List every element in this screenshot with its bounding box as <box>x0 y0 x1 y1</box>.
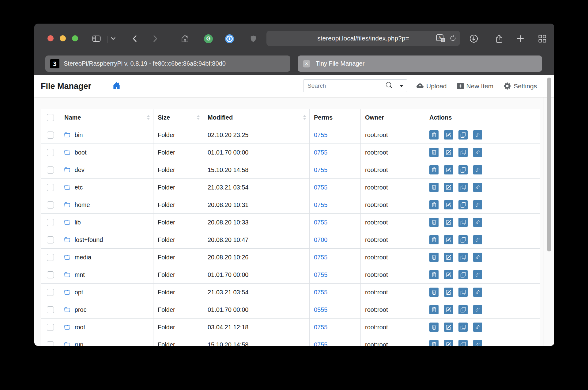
home-directory-icon[interactable] <box>113 82 120 90</box>
settings-button[interactable]: Settings <box>504 82 537 90</box>
direct-link-button[interactable] <box>473 200 482 209</box>
file-name-link[interactable]: boot <box>75 149 87 156</box>
copy-button[interactable] <box>458 253 468 262</box>
copy-button[interactable] <box>458 130 468 140</box>
row-checkbox[interactable] <box>47 149 54 156</box>
file-name-link[interactable]: bin <box>75 132 83 138</box>
row-checkbox[interactable] <box>47 341 54 346</box>
search-icon[interactable] <box>386 82 392 90</box>
direct-link-button[interactable] <box>473 340 482 346</box>
tab-file-manager[interactable]: × Tiny File Manager <box>298 55 542 72</box>
close-window-button[interactable] <box>47 35 54 41</box>
rename-button[interactable] <box>444 305 453 314</box>
shield-privacy-icon[interactable] <box>249 34 258 43</box>
rename-button[interactable] <box>444 183 453 192</box>
rename-button[interactable] <box>444 218 453 227</box>
row-checkbox[interactable] <box>47 184 54 191</box>
rename-button[interactable] <box>444 253 453 262</box>
row-checkbox[interactable] <box>47 306 54 313</box>
forward-icon[interactable] <box>151 34 160 43</box>
share-icon[interactable] <box>495 34 504 43</box>
file-name-link[interactable]: root <box>75 324 85 331</box>
copy-button[interactable] <box>458 340 468 346</box>
delete-button[interactable] <box>429 270 439 279</box>
delete-button[interactable] <box>429 305 439 314</box>
grammarly-extension-icon[interactable]: G <box>204 34 213 43</box>
delete-button[interactable] <box>429 253 439 262</box>
rename-button[interactable] <box>444 165 453 174</box>
tab-overview-icon[interactable] <box>538 34 547 43</box>
direct-link-button[interactable] <box>473 183 482 192</box>
file-name-link[interactable]: home <box>75 201 90 208</box>
delete-button[interactable] <box>429 165 439 174</box>
direct-link-button[interactable] <box>473 305 482 314</box>
rename-button[interactable] <box>444 235 453 244</box>
row-checkbox[interactable] <box>47 219 54 226</box>
copy-button[interactable] <box>458 235 468 244</box>
reload-icon[interactable] <box>449 34 457 42</box>
back-icon[interactable] <box>130 34 139 43</box>
address-bar[interactable]: stereopi.local/files/index.php?p= A x <box>266 31 460 46</box>
file-perms-link[interactable]: 0755 <box>314 201 328 208</box>
onepassword-extension-icon[interactable] <box>225 34 234 43</box>
file-name-link[interactable]: dev <box>75 166 85 173</box>
direct-link-button[interactable] <box>473 130 482 140</box>
copy-button[interactable] <box>458 183 468 192</box>
file-perms-link[interactable]: 0755 <box>314 166 328 173</box>
column-header-name[interactable]: Name <box>60 109 153 126</box>
row-checkbox[interactable] <box>47 132 54 139</box>
file-perms-link[interactable]: 0755 <box>314 341 328 346</box>
translate-icon[interactable]: A x <box>436 34 445 42</box>
scrollbar-thumb[interactable] <box>547 78 551 251</box>
downloads-icon[interactable] <box>469 34 478 43</box>
file-perms-link[interactable]: 0755 <box>314 289 328 296</box>
file-name-link[interactable]: media <box>75 254 91 261</box>
file-perms-link[interactable]: 0755 <box>314 271 328 278</box>
delete-button[interactable] <box>429 288 439 297</box>
copy-button[interactable] <box>458 218 468 227</box>
direct-link-button[interactable] <box>473 270 482 279</box>
delete-button[interactable] <box>429 340 439 346</box>
file-perms-link[interactable]: 0755 <box>314 219 328 226</box>
row-checkbox[interactable] <box>47 271 54 278</box>
rename-button[interactable] <box>444 200 453 209</box>
rename-button[interactable] <box>444 288 453 297</box>
file-name-link[interactable]: lib <box>75 219 81 226</box>
search-options-button[interactable] <box>396 79 407 92</box>
direct-link-button[interactable] <box>473 253 482 262</box>
delete-button[interactable] <box>429 235 439 244</box>
chevron-down-icon[interactable] <box>110 34 116 43</box>
zoom-window-button[interactable] <box>72 35 78 41</box>
rename-button[interactable] <box>444 148 453 157</box>
delete-button[interactable] <box>429 148 439 157</box>
file-perms-link[interactable]: 0755 <box>314 132 328 138</box>
row-checkbox[interactable] <box>47 201 54 208</box>
delete-button[interactable] <box>429 200 439 209</box>
delete-button[interactable] <box>429 323 439 332</box>
select-all-checkbox[interactable] <box>47 114 54 121</box>
direct-link-button[interactable] <box>473 165 482 174</box>
tab-stereopi[interactable]: 3 StereoPi/RaspberryPi v. 0.8.19 - fe80:… <box>45 55 290 72</box>
search-input[interactable] <box>303 79 396 92</box>
delete-button[interactable] <box>429 183 439 192</box>
delete-button[interactable] <box>429 218 439 227</box>
column-header-size[interactable]: Size <box>153 109 203 126</box>
file-name-link[interactable]: proc <box>75 306 87 313</box>
minimize-window-button[interactable] <box>60 35 66 41</box>
direct-link-button[interactable] <box>473 323 482 332</box>
rename-button[interactable] <box>444 130 453 140</box>
direct-link-button[interactable] <box>473 218 482 227</box>
row-checkbox[interactable] <box>47 236 54 243</box>
file-name-link[interactable]: opt <box>75 289 83 296</box>
copy-button[interactable] <box>458 200 468 209</box>
file-perms-link[interactable]: 0755 <box>314 254 328 261</box>
row-checkbox[interactable] <box>47 166 54 174</box>
new-tab-icon[interactable] <box>516 34 525 43</box>
home-icon[interactable] <box>180 34 190 43</box>
close-tab-icon[interactable]: × <box>303 60 310 67</box>
direct-link-button[interactable] <box>473 288 482 297</box>
file-perms-link[interactable]: 0755 <box>314 184 328 191</box>
column-header-modified[interactable]: Modified <box>203 109 310 126</box>
row-checkbox[interactable] <box>47 289 54 296</box>
copy-button[interactable] <box>458 148 468 157</box>
